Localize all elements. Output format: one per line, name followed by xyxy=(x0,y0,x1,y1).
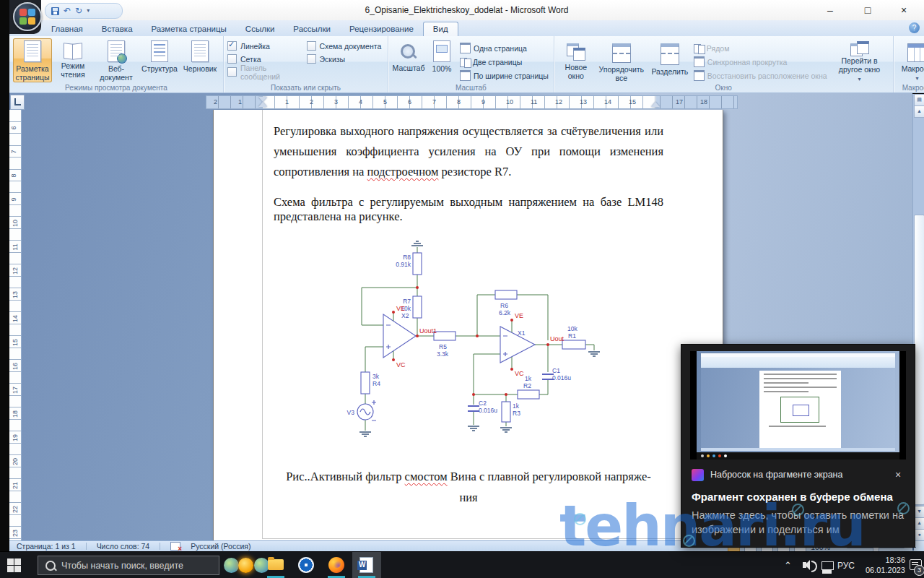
ribbon-checkbox-row[interactable]: Линейка xyxy=(227,40,300,51)
ruler-number: 15 xyxy=(629,98,636,105)
zoom-100-icon xyxy=(433,40,450,62)
toast-close-icon[interactable]: × xyxy=(892,469,905,480)
misspelled-word: смостом xyxy=(405,470,448,483)
ruler-number: 18 xyxy=(700,98,707,105)
undo-icon[interactable]: ↶ xyxy=(64,7,71,15)
previous-page-button[interactable]: ▲ xyxy=(914,517,924,530)
sync-scroll-button[interactable]: Синхронная прокрутка xyxy=(692,55,829,69)
group-label: Масштаб xyxy=(388,84,554,92)
switch-windows-button[interactable]: Перейти в другое окно ▾ xyxy=(830,38,889,82)
office-button[interactable] xyxy=(13,2,42,31)
tab-mailings[interactable]: Рассылки xyxy=(284,22,340,36)
news-globe-icon[interactable] xyxy=(224,558,239,573)
tab-references[interactable]: Ссылки xyxy=(236,22,284,36)
tab-home[interactable]: Главная xyxy=(42,22,92,36)
notification-thumbnail[interactable] xyxy=(690,351,906,460)
redo-icon[interactable]: ↻ xyxy=(75,7,82,15)
ruler-number: 20 xyxy=(12,458,19,465)
ruler-number: 12 xyxy=(12,267,19,275)
arrange-all-button[interactable]: Упорядочить все xyxy=(596,38,648,82)
taskbar-file-explorer[interactable] xyxy=(261,552,290,578)
input-language[interactable]: РУС xyxy=(837,561,855,571)
zoom-button[interactable]: Масштаб xyxy=(392,38,425,82)
taskbar-app-disc[interactable] xyxy=(292,552,321,578)
ruler-number: 7 xyxy=(432,98,436,105)
ruler-number: 10 xyxy=(506,98,513,105)
group-document-views: Разметка страницы Режим чтения Веб-докум… xyxy=(9,36,224,92)
ruler-number: 1 xyxy=(285,98,289,105)
ribbon-checkbox-row[interactable]: Панель сообщений xyxy=(227,66,300,77)
taskbar-firefox[interactable] xyxy=(322,552,351,578)
scrollbar-thumb[interactable] xyxy=(914,215,924,505)
tab-insert[interactable]: Вставка xyxy=(92,22,142,36)
web-layout-icon xyxy=(108,40,125,62)
svg-text:R2: R2 xyxy=(523,382,531,389)
page-count[interactable]: Страница: 1 из 1 xyxy=(17,542,76,551)
notification-badge: 3 xyxy=(914,565,924,576)
svg-text:R3: R3 xyxy=(513,410,520,417)
disc-icon xyxy=(298,557,314,573)
ribbon-checkbox-row[interactable]: Эскизы xyxy=(307,53,384,64)
svg-text:VE: VE xyxy=(515,312,523,319)
tray-expand-icon[interactable]: ⌃ xyxy=(784,560,792,571)
thumb-circuit xyxy=(780,397,819,423)
page-width-button[interactable]: По ширине страницы xyxy=(458,69,550,82)
qat-customize-icon[interactable]: ▾ xyxy=(87,8,90,14)
volume-icon[interactable] xyxy=(803,562,806,568)
draft-button[interactable]: Черновик xyxy=(180,38,219,82)
word-count[interactable]: Число слов: 74 xyxy=(97,542,150,551)
ruler-number: 6 xyxy=(408,98,411,105)
tab-review[interactable]: Рецензирование xyxy=(340,22,423,36)
save-icon[interactable] xyxy=(51,7,59,15)
tab-page-layout[interactable]: Разметка страницы xyxy=(142,22,236,36)
close-button[interactable]: × xyxy=(889,3,918,17)
maximize-button[interactable]: □ xyxy=(853,3,882,17)
help-icon[interactable]: ? xyxy=(909,22,920,33)
select-browse-object-button[interactable]: ● xyxy=(914,529,924,541)
zoom-100-button[interactable]: 100% xyxy=(427,38,456,82)
new-window-button[interactable]: Новое окно xyxy=(558,38,594,82)
document-page[interactable]: Регулировка выходного напряжения осущест… xyxy=(213,110,723,540)
print-layout-button[interactable]: Разметка страницы xyxy=(13,38,52,82)
svg-text:0.016u: 0.016u xyxy=(552,374,571,381)
side-by-side-button[interactable]: Рядом xyxy=(692,41,829,55)
ruler-number: 21 xyxy=(12,482,19,489)
ruler-number: 2 xyxy=(310,98,313,105)
hanging-indent-marker[interactable] xyxy=(258,102,267,107)
taskbar-clock[interactable]: 18:36 06.01.2023 xyxy=(860,555,905,575)
start-button[interactable] xyxy=(7,558,22,573)
network-icon[interactable] xyxy=(821,561,834,570)
ruler-toggle-button[interactable]: ▤ xyxy=(914,94,924,106)
ribbon-checkbox-row[interactable]: Схема документа xyxy=(307,40,384,51)
outline-button[interactable]: Структура xyxy=(140,38,179,82)
scroll-down-icon[interactable]: ▼ xyxy=(914,506,924,518)
switch-windows-icon xyxy=(850,43,869,54)
spellcheck-icon[interactable] xyxy=(170,542,180,551)
ruler-number: 11 xyxy=(531,98,537,105)
split-button[interactable]: Разделить xyxy=(649,38,691,82)
one-page-button[interactable]: Одна страница xyxy=(458,41,550,55)
taskbar-search[interactable]: Чтобы начать поиск, введите xyxy=(38,556,219,575)
right-indent-marker[interactable] xyxy=(651,102,660,107)
tab-stop-selector[interactable] xyxy=(10,95,25,110)
web-layout-button[interactable]: Веб-документ xyxy=(94,38,139,82)
taskbar-word-active[interactable] xyxy=(352,552,381,578)
svg-text:V3: V3 xyxy=(347,409,355,416)
macros-button[interactable]: Макросы ▾ xyxy=(897,38,924,82)
page-width-icon xyxy=(460,70,471,81)
scroll-up-icon[interactable]: ▲ xyxy=(914,105,924,118)
full-screen-reading-button[interactable]: Режим чтения xyxy=(53,38,92,82)
reset-window-position-button[interactable]: Восстановить расположение окна xyxy=(692,69,829,82)
ruler-number: 3 xyxy=(334,98,338,105)
two-pages-button[interactable]: Две страницы xyxy=(458,55,550,69)
ruler-number: 14 xyxy=(604,98,611,105)
tab-view[interactable]: Вид xyxy=(423,22,458,36)
ruler-number: 16 xyxy=(12,363,19,370)
globe-icon xyxy=(117,53,127,64)
first-line-indent-marker[interactable] xyxy=(258,97,267,102)
paragraph: Регулировка выходного напряжения осущест… xyxy=(274,121,663,182)
weather-sun-icon[interactable] xyxy=(238,558,253,573)
language-indicator[interactable]: Русский (Россия) xyxy=(191,542,250,551)
minimize-button[interactable]: – xyxy=(816,3,845,17)
ruler-number: 4 xyxy=(359,98,362,105)
